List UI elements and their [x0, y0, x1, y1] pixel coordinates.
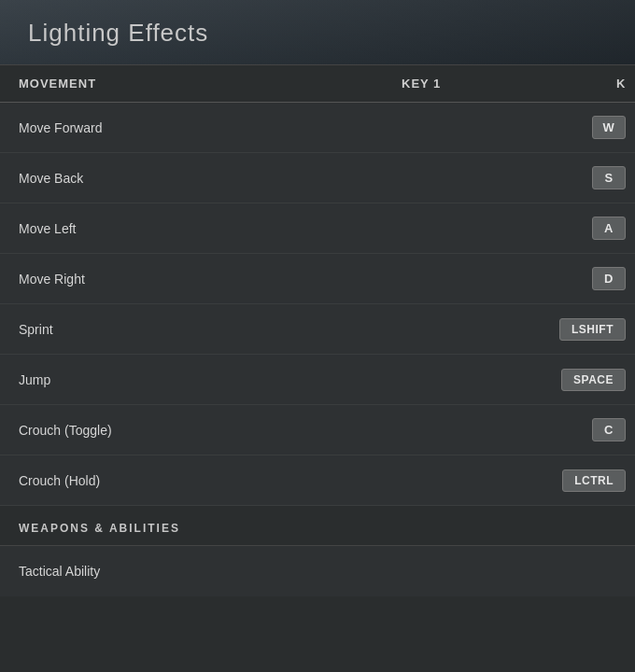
column-header-key2: K [616, 77, 635, 91]
action-label: Crouch (Toggle) [19, 423, 420, 438]
action-label: Move Forward [19, 120, 420, 135]
section-header-weapons: WEAPONS & ABILITIES [0, 506, 635, 546]
section-label: WEAPONS & ABILITIES [19, 522, 180, 535]
content-area: MOVEMENT KEY 1 K Move Forward W Move Bac… [0, 65, 635, 596]
action-label: Move Left [19, 221, 420, 236]
table-row[interactable]: Move Left A [0, 203, 635, 254]
key-badge[interactable]: LSHIFT [559, 318, 626, 341]
key-badge[interactable]: SPACE [561, 369, 626, 391]
action-label: Crouch (Hold) [19, 473, 420, 488]
page-title: Lighting Effects [28, 19, 607, 48]
key-badge[interactable]: S [592, 166, 626, 189]
key1-cell[interactable]: LCTRL [420, 469, 635, 492]
key1-cell[interactable]: A [420, 217, 635, 240]
table-header: MOVEMENT KEY 1 K [0, 65, 635, 103]
action-label: Sprint [19, 322, 420, 337]
key1-cell[interactable]: LSHIFT [420, 318, 635, 341]
action-label: Tactical Ability [19, 564, 420, 579]
key1-cell[interactable]: S [420, 166, 635, 189]
key1-cell[interactable]: SPACE [420, 369, 635, 391]
key-badge[interactable]: LCTRL [562, 469, 626, 492]
key1-cell[interactable]: D [420, 267, 635, 290]
table-row[interactable]: Move Back S [0, 153, 635, 203]
header: Lighting Effects [0, 0, 635, 65]
table-row[interactable]: Move Right D [0, 254, 635, 304]
table-row[interactable]: Tactical Ability [0, 546, 635, 596]
key-badge[interactable]: W [592, 116, 626, 139]
table-row[interactable]: Sprint LSHIFT [0, 304, 635, 355]
action-label: Jump [19, 372, 420, 387]
key-badge[interactable]: D [592, 267, 626, 290]
column-header-action: MOVEMENT [19, 77, 402, 91]
table-row[interactable]: Jump SPACE [0, 355, 635, 405]
key-badge[interactable]: A [592, 217, 626, 240]
key1-cell[interactable]: C [420, 418, 635, 441]
table-row[interactable]: Crouch (Toggle) C [0, 405, 635, 455]
action-label: Move Back [19, 171, 420, 186]
key1-cell[interactable]: W [420, 116, 635, 139]
table-row[interactable]: Crouch (Hold) LCTRL [0, 455, 635, 506]
action-label: Move Right [19, 272, 420, 287]
column-header-key1: KEY 1 [402, 77, 616, 91]
key-badge[interactable]: C [592, 418, 626, 441]
table-row[interactable]: Move Forward W [0, 103, 635, 153]
